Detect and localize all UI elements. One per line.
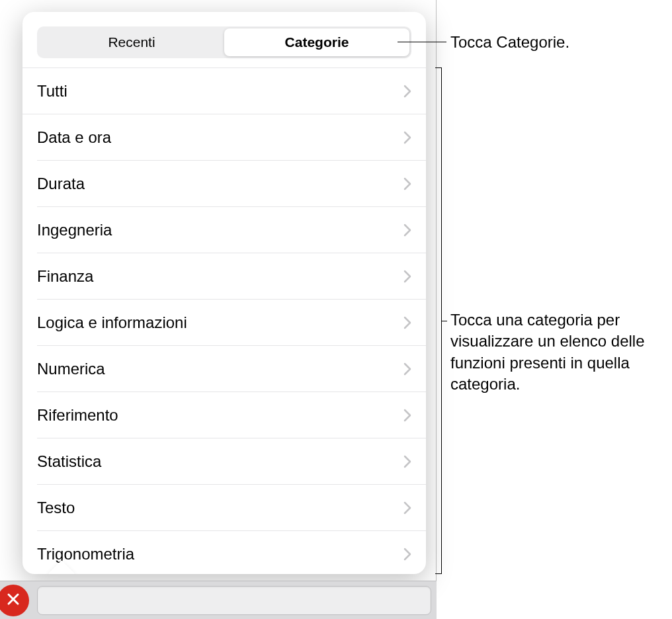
callout-leader-line xyxy=(398,42,446,42)
list-item-label: Numerica xyxy=(37,360,105,378)
list-item[interactable]: Trigonometria xyxy=(37,531,426,574)
list-item-label: Testo xyxy=(37,499,75,517)
chevron-right-icon xyxy=(403,501,411,515)
list-item-label: Logica e informazioni xyxy=(37,313,187,332)
functions-popover: Recenti Categorie Tutti Data e ora xyxy=(22,12,426,574)
list-item-label: Data e ora xyxy=(37,128,111,147)
chevron-right-icon xyxy=(403,85,411,98)
chevron-right-icon xyxy=(403,409,411,422)
tab-recent-label: Recenti xyxy=(108,34,155,50)
callout-tap-category-list: Tocca una categoria per visualizzare un … xyxy=(450,310,662,395)
category-list: Tutti Data e ora Durata Ingegneria xyxy=(22,67,426,574)
list-item-label: Durata xyxy=(37,175,85,193)
segmented-control[interactable]: Recenti Categorie xyxy=(37,26,411,58)
chevron-right-icon xyxy=(403,455,411,468)
chevron-right-icon xyxy=(403,548,411,561)
list-item-label: Finanza xyxy=(37,267,93,286)
chevron-right-icon xyxy=(403,224,411,237)
list-item[interactable]: Numerica xyxy=(37,346,426,392)
formula-bar xyxy=(0,581,437,619)
app-window: Recenti Categorie Tutti Data e ora xyxy=(0,0,437,619)
list-item[interactable]: Data e ora xyxy=(37,114,426,161)
segmented-control-container: Recenti Categorie xyxy=(22,12,426,67)
callout-tap-categories: Tocca Categorie. xyxy=(450,32,569,53)
list-item-label: Statistica xyxy=(37,452,101,471)
list-item[interactable]: Finanza xyxy=(37,253,426,300)
close-icon xyxy=(6,592,21,609)
list-item[interactable]: Testo xyxy=(37,485,426,531)
chevron-right-icon xyxy=(403,316,411,329)
list-item[interactable]: Ingegneria xyxy=(37,207,426,253)
tab-categories-label: Categorie xyxy=(285,34,349,50)
tab-categories[interactable]: Categorie xyxy=(224,28,409,56)
list-item[interactable]: Logica e informazioni xyxy=(37,300,426,346)
list-item[interactable]: Tutti xyxy=(22,68,426,114)
callout-leader-line xyxy=(442,321,447,321)
callout-bracket xyxy=(435,67,442,574)
chevron-right-icon xyxy=(403,270,411,283)
list-item-label: Trigonometria xyxy=(37,545,134,563)
list-item-label: Ingegneria xyxy=(37,221,112,239)
tab-recent[interactable]: Recenti xyxy=(39,28,224,56)
list-item-label: Riferimento xyxy=(37,406,118,425)
list-item[interactable]: Durata xyxy=(37,161,426,207)
chevron-right-icon xyxy=(403,131,411,144)
formula-input[interactable] xyxy=(37,586,431,615)
list-item[interactable]: Statistica xyxy=(37,438,426,485)
list-item-label: Tutti xyxy=(37,82,67,101)
chevron-right-icon xyxy=(403,362,411,376)
chevron-right-icon xyxy=(403,177,411,190)
cancel-button[interactable] xyxy=(0,585,29,616)
list-item[interactable]: Riferimento xyxy=(37,392,426,438)
